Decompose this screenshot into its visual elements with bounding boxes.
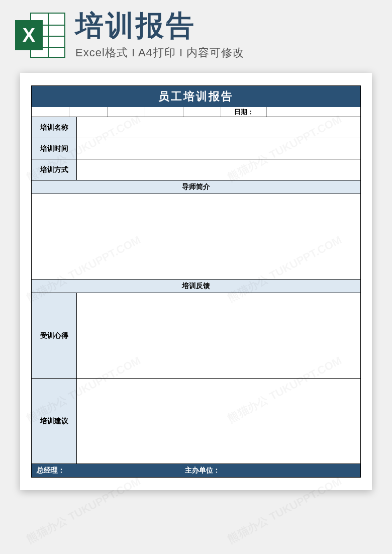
- footer-organizer-value[interactable]: [225, 464, 360, 477]
- title-block: 培训报告 Excel格式 I A4打印 I 内容可修改: [75, 10, 377, 60]
- blank-cell: [183, 107, 221, 117]
- row-training-suggestion: 培训建议: [32, 379, 360, 464]
- label-training-time: 培训时间: [32, 138, 77, 159]
- row-training-name: 培训名称: [32, 117, 360, 138]
- form-title: 员工培训报告: [32, 86, 360, 107]
- blank-cell: [69, 107, 107, 117]
- label-trainee-experience: 受训心得: [32, 293, 77, 378]
- blank-cell: [32, 107, 69, 117]
- date-value-cell[interactable]: [267, 107, 360, 117]
- main-title: 培训报告: [75, 10, 377, 41]
- input-training-method[interactable]: [77, 159, 360, 180]
- header-area: X 培训报告 Excel格式 I A4打印 I 内容可修改: [0, 0, 392, 65]
- document-page: 员工培训报告 日期： 培训名称 培训时间 培训方式 导师简介 培训反馈 受训心得: [20, 73, 372, 490]
- row-trainee-experience: 受训心得: [32, 293, 360, 379]
- excel-book-icon: X: [15, 20, 43, 50]
- input-instructor-intro[interactable]: [32, 194, 360, 280]
- row-training-time: 培训时间: [32, 138, 360, 159]
- row-training-method: 培训方式: [32, 159, 360, 180]
- blank-cell: [108, 107, 145, 117]
- input-trainee-experience[interactable]: [77, 293, 360, 378]
- footer-organizer-label: 主办单位：: [180, 464, 225, 477]
- label-training-method: 培训方式: [32, 159, 77, 180]
- blank-cell: [145, 107, 183, 117]
- label-training-name: 培训名称: [32, 117, 77, 138]
- input-training-suggestion[interactable]: [77, 379, 360, 464]
- input-training-name[interactable]: [77, 117, 360, 138]
- section-instructor-intro: 导师简介: [32, 180, 360, 194]
- section-training-feedback: 培训反馈: [32, 280, 360, 293]
- excel-file-icon: X: [15, 10, 65, 60]
- footer-manager-value[interactable]: [77, 464, 180, 477]
- footer-row: 总经理： 主办单位：: [32, 464, 360, 477]
- subtitle: Excel格式 I A4打印 I 内容可修改: [75, 45, 377, 60]
- training-report-form: 员工培训报告 日期： 培训名称 培训时间 培训方式 导师简介 培训反馈 受训心得: [31, 85, 361, 478]
- input-training-time[interactable]: [77, 138, 360, 159]
- date-row: 日期：: [32, 107, 360, 117]
- footer-manager-label: 总经理：: [32, 464, 77, 477]
- label-training-suggestion: 培训建议: [32, 379, 77, 464]
- date-label: 日期：: [221, 107, 266, 117]
